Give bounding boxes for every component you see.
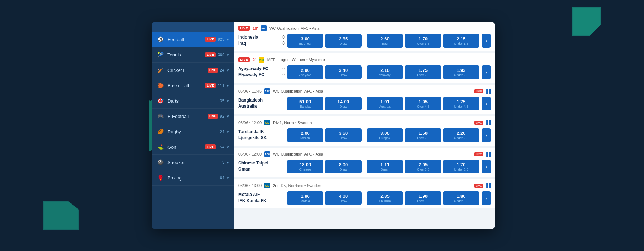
- match-time: 2': [253, 58, 256, 62]
- live-badge-football: LIVE: [205, 37, 215, 42]
- odds-label: Under 1.5: [445, 42, 477, 45]
- more-odds-button[interactable]: ›: [482, 160, 491, 173]
- odds-divider: [363, 97, 365, 110]
- competition-name: Div 1, Norra • Sweden: [273, 120, 312, 125]
- chevron-icon-efootball: ∨: [226, 114, 229, 118]
- competition-icon: AFC: [261, 25, 267, 31]
- sidebar-icon-darts: 🎯: [157, 97, 164, 104]
- odds-label: Under 3.5: [445, 199, 477, 203]
- stats-icon: ▐▐: [485, 183, 491, 188]
- team-row-1: Chinese Taipei: [238, 161, 285, 166]
- odds-label: Draw: [327, 168, 359, 171]
- odds-btn-1-0[interactable]: 3.00 Indones.: [287, 34, 323, 48]
- sidebar-item-basketball[interactable]: 🏀 Basketball LIVE 111 ∨: [152, 78, 234, 93]
- odds-label: Over 2.5: [407, 73, 439, 77]
- live-badge-cricket: LIVE: [208, 68, 218, 73]
- odds-btn-2-4[interactable]: 1.93 Under 2.5: [443, 65, 479, 79]
- odds-btn-6-4[interactable]: 1.80 Under 3.5: [443, 191, 479, 205]
- odds-btn-1-3[interactable]: 1.70 Over 1.5: [405, 34, 441, 48]
- odds-value: 3.00: [289, 36, 321, 42]
- odds-btn-4-1[interactable]: 3.60 Draw: [325, 128, 361, 142]
- content-area[interactable]: LIVE 16' AFC WC Qualification, AFC • Asi…: [234, 22, 495, 229]
- stats-icon: ▐▐: [485, 152, 491, 157]
- sidebar-icon-tennis: 🎾: [157, 51, 164, 58]
- odds-btn-4-3[interactable]: 1.60 Over 2.5: [405, 128, 441, 142]
- more-odds-button[interactable]: ›: [482, 97, 491, 110]
- odds-value: 1.90: [407, 193, 439, 199]
- more-odds-button[interactable]: ›: [482, 34, 491, 48]
- more-odds-button[interactable]: ›: [482, 191, 491, 205]
- sidebar: ⚽ Football LIVE 923 ∨ 🎾 Tennis LIVE 369 …: [152, 22, 234, 229]
- sidebar-header: [152, 22, 234, 32]
- competition-name: 2nd Div, Norrland • Sweden: [273, 183, 321, 188]
- team-score-2: 0: [282, 41, 285, 46]
- sidebar-count-efootball: 92: [220, 114, 224, 118]
- stats-icon: ▐▐: [485, 89, 491, 94]
- team-name-1: Chinese Taipei: [238, 161, 268, 166]
- odds-value: 1.70: [445, 162, 477, 168]
- odds-divider: [363, 65, 365, 79]
- match-header: 06/06 • 12:00 SE Div 1, Norra • Sweden L…: [238, 120, 491, 126]
- live-badge-tennis: LIVE: [205, 52, 215, 57]
- competition-icon: SE: [264, 183, 270, 188]
- live-indicator: LIVE ▐▐: [474, 120, 491, 125]
- odds-btn-3-1[interactable]: 14.00 Draw: [325, 97, 361, 110]
- sidebar-item-golf[interactable]: ⛳ Golf LIVE 154 ∨: [152, 139, 234, 155]
- match-teams: Bangladesh Australia: [238, 98, 285, 110]
- odds-value: 2.20: [445, 131, 477, 136]
- odds-btn-5-4[interactable]: 1.70 Under 3.5: [443, 160, 479, 173]
- odds-btn-4-2[interactable]: 3.00 Ljungsk.: [367, 128, 403, 142]
- more-odds-button[interactable]: ›: [482, 128, 491, 142]
- odds-value: 18.00: [289, 162, 321, 168]
- odds-btn-3-4[interactable]: 1.75 Under 4.5: [443, 97, 479, 110]
- odds-btn-2-1[interactable]: 3.40 Draw: [325, 65, 361, 79]
- odds-btn-5-0[interactable]: 18.00 Chinese: [287, 160, 323, 173]
- odds-btn-5-3[interactable]: 2.05 Over 3.5: [405, 160, 441, 173]
- odds-btn-5-2[interactable]: 1.11 Oman: [367, 160, 403, 173]
- sidebar-item-snooker[interactable]: 🎱 Snooker 3 ∨: [152, 155, 234, 170]
- odds-label: Chinese: [289, 168, 321, 171]
- odds-btn-1-4[interactable]: 2.15 Under 1.5: [443, 34, 479, 48]
- chevron-icon-snooker: ∨: [226, 161, 229, 164]
- odds-value: 51.00: [289, 99, 321, 105]
- sidebar-item-boxing[interactable]: 🥊 Boxing 64 ∨: [152, 170, 234, 186]
- sidebar-item-cricket[interactable]: 🏏 Cricket+ LIVE 24 ∨: [152, 63, 234, 78]
- team-row-1: Indonesia 0: [238, 35, 285, 40]
- sidebar-count-cricket: 24: [220, 68, 224, 72]
- odds-label: Draw: [327, 73, 359, 77]
- team-score-1: 0: [282, 66, 285, 71]
- odds-btn-2-0[interactable]: 2.90 Ayeyaw.: [287, 65, 323, 79]
- competition-name: WC Qualification, AFC • Asia: [273, 152, 323, 156]
- team-name-2: IFK Kumla FK: [238, 198, 267, 203]
- live-badge-golf: LIVE: [205, 144, 215, 149]
- sidebar-item-efootball[interactable]: 🎮 E-Football LIVE 92 ∨: [152, 109, 234, 124]
- odds-btn-6-2[interactable]: 2.85 IFK Kum.: [367, 191, 403, 205]
- odds-btn-5-1[interactable]: 8.00 Draw: [325, 160, 361, 173]
- sidebar-label-snooker: Snooker: [167, 160, 222, 165]
- odds-btn-3-2[interactable]: 1.01 Australi.: [367, 97, 403, 110]
- chevron-icon-football: ∨: [226, 38, 229, 41]
- odds-btn-4-4[interactable]: 2.20 Under 2.5: [443, 128, 479, 142]
- odds-label: Under 2.5: [445, 73, 477, 77]
- sidebar-item-football[interactable]: ⚽ Football LIVE 923 ∨: [152, 32, 234, 47]
- odds-btn-6-1[interactable]: 4.00 Draw: [325, 191, 361, 205]
- odds-btn-6-0[interactable]: 1.96 Motala: [287, 191, 323, 205]
- odds-btn-6-3[interactable]: 1.90 Over 3.5: [405, 191, 441, 205]
- sidebar-item-darts[interactable]: 🎯 Darts 35 ∨: [152, 93, 234, 109]
- more-odds-button[interactable]: ›: [482, 65, 491, 79]
- chevron-icon-boxing: ∨: [226, 176, 229, 180]
- odds-btn-4-0[interactable]: 2.00 Torslan.: [287, 128, 323, 142]
- sidebar-icon-football: ⚽: [157, 36, 164, 43]
- odds-btn-1-1[interactable]: 2.85 Draw: [325, 34, 361, 48]
- odds-label: Ayeyaw.: [289, 73, 321, 77]
- odds-btn-2-3[interactable]: 1.75 Over 2.5: [405, 65, 441, 79]
- chevron-icon-darts: ∨: [226, 99, 229, 103]
- odds-btn-2-2[interactable]: 2.10 Myaway.: [367, 65, 403, 79]
- match-body: Bangladesh Australia 51.00 Bangla. 14.00…: [238, 97, 491, 110]
- chevron-icon-cricket: ∨: [226, 68, 229, 72]
- odds-btn-3-3[interactable]: 1.95 Over 4.5: [405, 97, 441, 110]
- sidebar-item-rugby[interactable]: 🏉 Rugby 24 ∨: [152, 124, 234, 139]
- sidebar-item-tennis[interactable]: 🎾 Tennis LIVE 369 ∨: [152, 47, 234, 63]
- odds-btn-3-0[interactable]: 51.00 Bangla.: [287, 97, 323, 110]
- odds-btn-1-2[interactable]: 2.60 Iraq: [367, 34, 403, 48]
